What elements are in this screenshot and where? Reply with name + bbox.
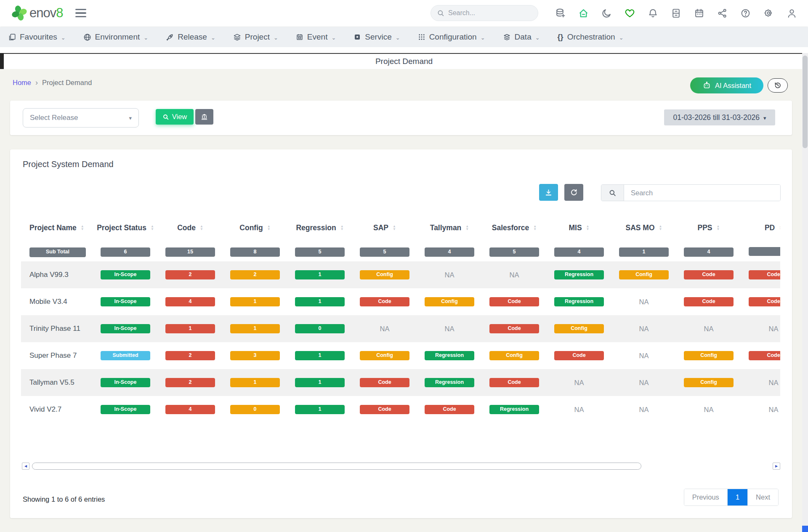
- chevron-down-icon: ⌄: [396, 35, 400, 41]
- demand-cell: 2: [158, 378, 223, 388]
- current-page-button[interactable]: 1: [727, 489, 747, 505]
- horizontal-scrollbar-thumb[interactable]: [32, 463, 641, 470]
- demand-cell: Code: [352, 378, 417, 388]
- global-search[interactable]: [431, 5, 538, 21]
- project-name-cell: Mobile V3.4: [21, 298, 93, 306]
- sort-icon: ▲▼: [200, 225, 203, 231]
- date-range-button[interactable]: 01-03-2026 till 31-03-2026 ▾: [664, 109, 775, 125]
- scroll-left-button[interactable]: ◀: [22, 463, 29, 470]
- demand-cell: Config: [547, 324, 611, 334]
- demand-cell: NA: [676, 406, 741, 414]
- demand-cell: 1: [223, 324, 287, 334]
- demand-cell: Code: [482, 297, 547, 307]
- ai-assistant-button[interactable]: AI Assistant: [690, 77, 763, 93]
- col-tallyman[interactable]: Tallyman▲▼: [417, 223, 482, 232]
- demand-badge: Code: [489, 378, 539, 388]
- demand-cell: 1: [287, 351, 352, 361]
- nav-data[interactable]: Data⌄: [503, 32, 540, 42]
- nav-project[interactable]: Project⌄: [233, 32, 278, 42]
- demand-badge: Code: [684, 270, 734, 280]
- nav-environment[interactable]: Environment⌄: [83, 32, 149, 42]
- demand-badge: 1: [295, 378, 345, 388]
- demand-cell: NA: [547, 406, 611, 414]
- nav-favourites[interactable]: Favourites⌄: [8, 32, 66, 42]
- demand-cell: Config: [417, 297, 482, 307]
- demand-cell: Regression: [547, 297, 611, 307]
- previous-page-button[interactable]: Previous: [684, 489, 727, 505]
- global-search-input[interactable]: [448, 9, 524, 17]
- column-label: Tallyman: [430, 223, 462, 232]
- col-pd[interactable]: PD▲▼: [741, 223, 780, 232]
- home-icon[interactable]: [578, 8, 589, 19]
- subtotal-cell: 1: [611, 247, 676, 257]
- help-icon[interactable]: [740, 8, 751, 19]
- col-pps[interactable]: PPS▲▼: [676, 223, 741, 232]
- scroll-right-button[interactable]: ▶: [773, 463, 780, 470]
- enov8-logo[interactable]: enov8: [11, 5, 63, 21]
- nav-orchestration[interactable]: {} Orchestration⌄: [558, 32, 624, 42]
- demand-badge: Regression: [554, 297, 604, 307]
- database-add-icon[interactable]: [555, 8, 566, 19]
- demand-badge: 1: [295, 297, 345, 307]
- subtotal-cell: 4: [676, 247, 741, 257]
- project-status-cell: In-Scope: [93, 270, 158, 280]
- col-project-name[interactable]: Project Name▲▼: [21, 223, 93, 232]
- demand-badge: 1: [295, 351, 345, 361]
- favourite-heart-icon[interactable]: [625, 8, 635, 19]
- scrollbar-corner: [802, 526, 808, 532]
- profile-user-icon[interactable]: [787, 8, 797, 19]
- calendar-icon[interactable]: [694, 8, 704, 19]
- nav-service[interactable]: Service⌄: [354, 32, 400, 42]
- col-sap[interactable]: SAP▲▼: [352, 223, 417, 232]
- na-value: NA: [611, 325, 676, 333]
- subtotal-cell: 5: [352, 247, 417, 257]
- demand-cell: Code: [741, 297, 780, 307]
- hamburger-menu-icon[interactable]: [75, 9, 86, 18]
- breadcrumb-home-link[interactable]: Home: [13, 79, 31, 87]
- demand-badge: Regression: [425, 351, 474, 361]
- refresh-button[interactable]: [564, 184, 583, 201]
- nav-release[interactable]: Release⌄: [166, 32, 215, 42]
- view-button[interactable]: View: [156, 109, 194, 125]
- project-name-cell: Tallyman V5.5: [21, 378, 93, 387]
- settings-gear-icon[interactable]: [763, 8, 774, 19]
- project-status-cell: In-Scope: [93, 405, 158, 415]
- nav-configuration[interactable]: Configuration⌄: [418, 32, 485, 42]
- demand-badge: Config: [425, 297, 474, 307]
- chevron-down-icon: ⌄: [274, 35, 278, 41]
- bank-button[interactable]: [195, 109, 213, 125]
- project-system-demand-panel: Project System Demand Project Name▲▼Proj…: [10, 149, 792, 518]
- col-code[interactable]: Code▲▼: [158, 223, 223, 232]
- notifications-bell-icon[interactable]: [648, 8, 658, 19]
- panel-title: Project System Demand: [23, 160, 114, 169]
- na-value: NA: [611, 379, 676, 387]
- subtotal-badge: [749, 247, 780, 256]
- demand-cell: 1: [287, 297, 352, 307]
- demand-table: Project Name▲▼Project Status▲▼Code▲▼Conf…: [21, 213, 780, 423]
- demand-cell: NA: [741, 325, 780, 333]
- sort-icon: ▲▼: [659, 225, 662, 231]
- demand-badge: Config: [489, 351, 539, 361]
- archive-cabinet-icon[interactable]: [671, 8, 681, 19]
- col-salesforce[interactable]: Salesforce▲▼: [482, 223, 547, 232]
- col-regression[interactable]: Regression▲▼: [287, 223, 352, 232]
- col-config[interactable]: Config▲▼: [223, 223, 287, 232]
- demand-badge: Regression: [554, 270, 604, 280]
- vertical-scrollbar-thumb[interactable]: [803, 56, 808, 148]
- col-project-status[interactable]: Project Status▲▼: [93, 223, 158, 232]
- next-page-button[interactable]: Next: [747, 489, 778, 505]
- select-release-dropdown[interactable]: Select Release ▾: [23, 108, 139, 128]
- horizontal-scrollbar: ◀ ▶: [22, 463, 780, 470]
- nav-event[interactable]: Event⌄: [296, 32, 336, 42]
- table-row: Tallyman V5.5In-Scope211CodeRegressionCo…: [21, 369, 780, 396]
- na-value: NA: [741, 406, 780, 414]
- col-sas-mo[interactable]: SAS MO▲▼: [611, 223, 676, 232]
- table-search-input[interactable]: [624, 185, 780, 201]
- col-mis[interactable]: MIS▲▼: [547, 223, 611, 232]
- dark-mode-moon-icon[interactable]: [601, 8, 612, 19]
- demand-cell: Config: [352, 351, 417, 361]
- download-button[interactable]: [539, 184, 558, 201]
- share-icon[interactable]: [717, 8, 728, 19]
- history-button[interactable]: [768, 78, 788, 93]
- demand-badge: Config: [360, 351, 409, 361]
